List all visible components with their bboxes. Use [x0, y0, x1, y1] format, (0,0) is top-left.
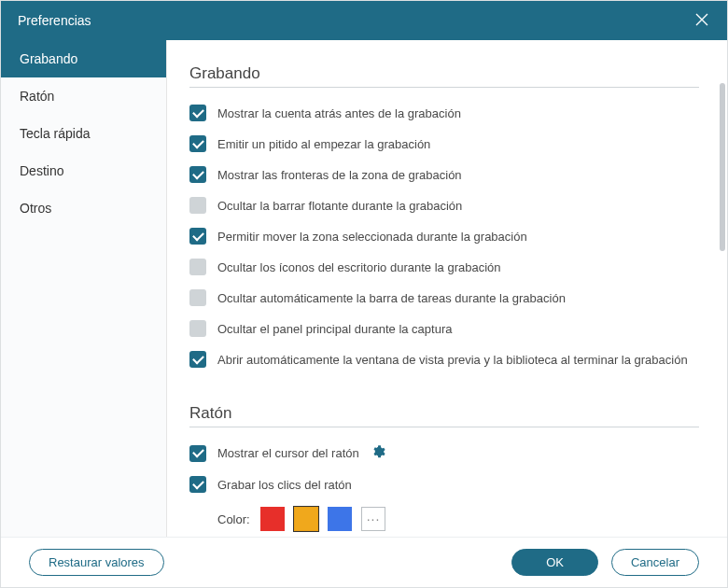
color-swatch-red[interactable] [260, 507, 285, 531]
option-hide-desktop-icons: Ocultar los íconos del escritorio durant… [189, 259, 699, 275]
option-hide-toolbar: Ocultar la barrar flotante durante la gr… [189, 197, 699, 214]
section-title-raton: Ratón [189, 404, 699, 427]
color-swatch-blue[interactable] [328, 507, 352, 531]
sidebar-item-label: Ratón [20, 89, 54, 104]
checkbox[interactable] [189, 135, 206, 152]
option-hide-main-panel: Ocultar el panel principal durante la ca… [189, 320, 699, 337]
option-hide-taskbar: Ocultar automáticamente la barra de tare… [189, 289, 699, 306]
checkbox[interactable] [189, 197, 206, 214]
sidebar-item-grabando[interactable]: Grabando [1, 40, 166, 77]
checkbox[interactable] [189, 476, 206, 493]
sidebar-item-destino[interactable]: Destino [1, 152, 166, 189]
option-show-borders: Mostrar las fronteras de la zona de grab… [189, 166, 699, 183]
option-label: Mostrar las fronteras de la zona de grab… [217, 168, 462, 182]
option-label: Permitir mover la zona seleccionada dura… [217, 230, 527, 244]
color-label: Color: [217, 512, 251, 526]
sidebar-item-label: Otros [20, 201, 51, 216]
checkbox[interactable] [189, 259, 206, 275]
color-row: Color: ··· [217, 507, 699, 531]
checkbox[interactable] [189, 105, 206, 121]
sidebar-item-otros[interactable]: Otros [1, 189, 166, 227]
checkbox[interactable] [189, 351, 206, 368]
option-label: Ocultar el panel principal durante la ca… [217, 322, 452, 336]
sidebar-item-label: Tecla rápida [20, 126, 91, 141]
option-show-cursor: Mostrar el cursor del ratón [189, 444, 699, 462]
gear-icon[interactable] [371, 444, 385, 462]
ok-button[interactable]: OK [511, 549, 598, 576]
option-label: Mostrar la cuenta atrás antes de la grab… [217, 106, 461, 120]
content-panel: Grabando Mostrar la cuenta atrás antes d… [167, 40, 727, 537]
checkbox[interactable] [189, 228, 206, 245]
checkbox[interactable] [189, 320, 206, 337]
option-label: Emitir un pitido al empezar la grabación [217, 137, 430, 151]
cancel-button[interactable]: Cancelar [611, 549, 699, 576]
option-open-preview: Abrir automáticamente la ventana de vist… [189, 351, 699, 368]
restore-button[interactable]: Restaurar valores [29, 549, 164, 576]
option-label: Ocultar la barrar flotante durante la gr… [217, 199, 462, 213]
color-swatch-more[interactable]: ··· [361, 507, 385, 531]
option-label: Grabar los clics del ratón [217, 478, 352, 492]
section-title-grabando: Grabando [189, 64, 699, 88]
sidebar-item-label: Destino [20, 163, 63, 178]
option-label: Abrir automáticamente la ventana de vist… [217, 353, 688, 367]
scrollbar[interactable] [720, 83, 725, 251]
close-icon[interactable] [693, 11, 710, 31]
sidebar-item-raton[interactable]: Ratón [1, 77, 166, 115]
sidebar: Grabando Ratón Tecla rápida Destino Otro… [1, 40, 167, 537]
footer: Restaurar valores OK Cancelar [1, 537, 727, 587]
option-beep: Emitir un pitido al empezar la grabación [189, 135, 699, 152]
sidebar-item-tecla-rapida[interactable]: Tecla rápida [1, 115, 166, 152]
option-label: Mostrar el cursor del ratón [217, 446, 359, 460]
checkbox[interactable] [189, 289, 206, 306]
option-countdown: Mostrar la cuenta atrás antes de la grab… [189, 105, 699, 121]
option-move-zone: Permitir mover la zona seleccionada dura… [189, 228, 699, 245]
option-record-clicks: Grabar los clics del ratón [189, 476, 699, 493]
checkbox[interactable] [189, 166, 206, 183]
option-label: Ocultar automáticamente la barra de tare… [217, 291, 566, 305]
sidebar-item-label: Grabando [20, 51, 77, 66]
color-swatch-yellow[interactable] [294, 507, 318, 531]
checkbox[interactable] [189, 445, 206, 462]
window-title: Preferencias [18, 13, 91, 28]
option-label: Ocultar los íconos del escritorio durant… [217, 260, 501, 274]
titlebar: Preferencias [1, 1, 727, 40]
